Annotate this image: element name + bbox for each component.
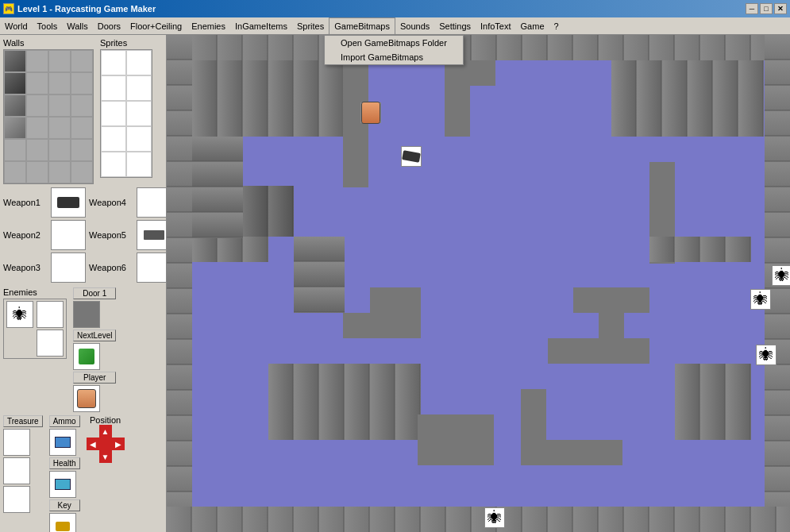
weapon5-icon [144, 230, 164, 240]
menu-ingameitems[interactable]: InGameItems [230, 17, 292, 35]
wall-cell-12[interactable] [71, 94, 93, 117]
arrow-up[interactable]: ▲ [99, 425, 112, 438]
menu-infotext[interactable]: InfoText [476, 17, 516, 35]
nextlevel-cell[interactable] [73, 343, 100, 370]
menu-settings[interactable]: Settings [434, 17, 476, 35]
map-enemy-player [360, 102, 381, 123]
wall-cell-10[interactable] [26, 94, 48, 117]
wall-cell-4[interactable] [71, 50, 93, 72]
player-button[interactable]: Player [73, 372, 116, 384]
ammo-cell[interactable] [49, 429, 76, 456]
enemy-cell-2[interactable] [37, 301, 64, 328]
weapon3-cell[interactable] [51, 253, 86, 283]
wall-cell-21[interactable] [4, 161, 26, 183]
arrow-br [112, 450, 125, 463]
ammo-button[interactable]: Ammo [49, 415, 80, 427]
key-cell[interactable] [49, 513, 76, 532]
wall-cell-6[interactable] [26, 72, 48, 94]
ammo-health-section: Ammo Health Key [49, 415, 80, 532]
wall-cell-15[interactable] [48, 117, 71, 139]
weapon5-cell[interactable] [137, 220, 167, 250]
menu-world[interactable]: World [0, 17, 33, 35]
wall-cell-19[interactable] [48, 139, 71, 161]
weapon1-cell[interactable] [51, 187, 86, 218]
weapon6-cell[interactable] [137, 253, 167, 283]
left-border-wall [167, 35, 192, 532]
player-face-icon [77, 389, 96, 408]
sprite-cell-9[interactable] [101, 152, 126, 177]
sprite-cell-3[interactable] [101, 75, 126, 101]
sprite-cell-8[interactable] [126, 126, 152, 152]
menu-game[interactable]: Game [516, 17, 549, 35]
menu-help[interactable]: ? [549, 17, 564, 35]
tile-layer: 🕷 🕷 🕷 🕷 🕷 🕷 [167, 35, 790, 532]
specials-section: Door 1 NextLevel Player [73, 287, 116, 412]
sprite-cell-4[interactable] [126, 75, 152, 101]
sprite-cell-10[interactable] [126, 152, 152, 177]
sprite-cell-2[interactable] [126, 50, 152, 75]
arrow-pad: ▲ ◀ ▶ ▼ [87, 425, 125, 463]
wall-cell-14[interactable] [26, 117, 48, 139]
sprite-cell-1[interactable] [101, 50, 126, 75]
health-cell[interactable] [49, 471, 76, 498]
enemy-cell-3[interactable] [37, 330, 64, 357]
menu-tools[interactable]: Tools [33, 17, 63, 35]
menu-floor-ceiling[interactable]: Floor+Ceiling [125, 17, 187, 35]
treasure-cell-1[interactable] [3, 429, 30, 456]
wall-cell-11[interactable] [48, 94, 71, 117]
enemy-cell-1[interactable]: 🕷 [6, 301, 33, 328]
wall-cell-8[interactable] [71, 72, 93, 94]
import-gamebitmaps[interactable]: Import GameBitmaps [325, 50, 463, 64]
wall-bottom-3 [521, 440, 622, 465]
wall-cell-5[interactable] [4, 72, 26, 94]
wall-cell-3[interactable] [48, 50, 71, 72]
wall-cell-16[interactable] [71, 117, 93, 139]
menu-sprites[interactable]: Sprites [292, 17, 329, 35]
menu-enemies[interactable]: Enemies [187, 17, 230, 35]
treasure-cell-3[interactable] [3, 486, 30, 513]
door1-cell[interactable] [73, 301, 100, 328]
nextlevel-button[interactable]: NextLevel [73, 330, 116, 341]
map-spider-5: 🕷 [484, 507, 505, 528]
arrow-right[interactable]: ▶ [112, 438, 125, 450]
wall-bottom-2 [418, 414, 494, 465]
weapon6-label: Weapon6 [89, 263, 135, 272]
menu-walls[interactable]: Walls [62, 17, 92, 35]
wall-cell-9[interactable] [4, 94, 26, 117]
close-button[interactable]: ✕ [774, 3, 787, 14]
sprite-cell-5[interactable] [101, 101, 126, 126]
treasure-button[interactable]: Treasure [3, 415, 43, 427]
weapon4-cell[interactable] [137, 187, 167, 218]
key-button[interactable]: Key [49, 499, 80, 511]
items-col: Treasure [3, 415, 43, 532]
wall-cell-24[interactable] [71, 161, 93, 183]
player-cell[interactable] [73, 385, 100, 412]
arrow-left[interactable]: ◀ [87, 438, 99, 450]
menu-doors[interactable]: Doors [93, 17, 125, 35]
wall-cell-17[interactable] [4, 139, 26, 161]
treasure-cell-2[interactable] [3, 457, 30, 484]
arrow-center[interactable] [99, 438, 112, 450]
open-gamebitmaps-folder[interactable]: Open GameBitmaps Folder [325, 36, 463, 50]
map-area[interactable]: /* walls rendered below */ [167, 35, 790, 532]
sprite-cell-6[interactable] [126, 101, 152, 126]
menu-sounds[interactable]: Sounds [395, 17, 434, 35]
wall-cell-7[interactable] [48, 72, 71, 94]
wall-cell-22[interactable] [26, 161, 48, 183]
wall-cell-18[interactable] [26, 139, 48, 161]
door1-button[interactable]: Door 1 [73, 287, 116, 299]
wall-cell-1[interactable] [4, 50, 26, 72]
maximize-button[interactable]: □ [760, 3, 773, 14]
sprite-cell-7[interactable] [101, 126, 126, 152]
wall-cell-13[interactable] [4, 117, 26, 139]
wall-cell-20[interactable] [71, 139, 93, 161]
menu-gamebitmaps[interactable]: GameBitmaps [329, 17, 395, 35]
health-button[interactable]: Health [49, 457, 80, 469]
wall-cell-2[interactable] [26, 50, 48, 72]
minimize-button[interactable]: ─ [746, 3, 758, 14]
wall-cell-23[interactable] [48, 161, 71, 183]
arrow-down[interactable]: ▼ [99, 450, 112, 463]
wall-bottom-1 [268, 364, 421, 440]
map-canvas[interactable]: /* walls rendered below */ [167, 35, 790, 532]
weapon2-cell[interactable] [51, 220, 86, 250]
